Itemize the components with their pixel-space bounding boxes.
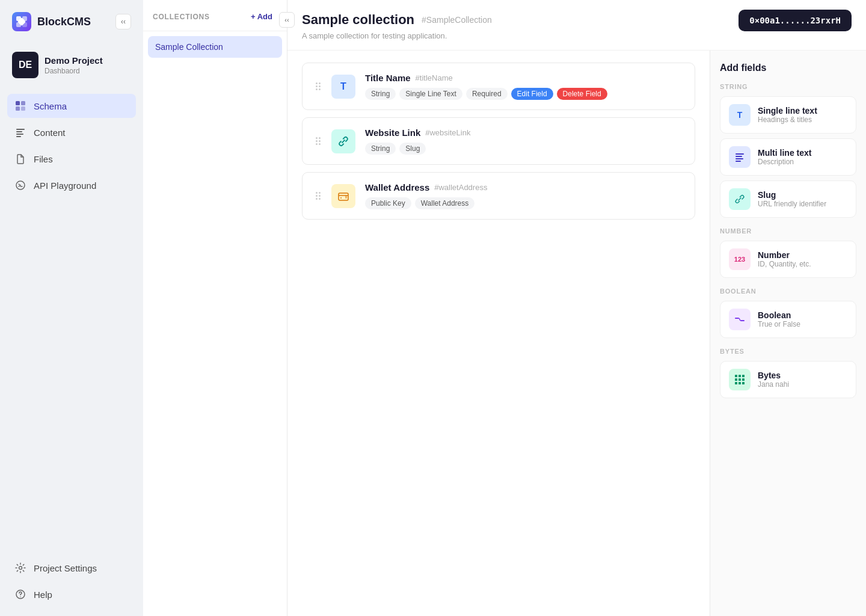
svg-rect-23	[735, 318, 739, 319]
nav-items: Schema Content	[7, 94, 136, 556]
nav-item-help[interactable]: Help	[7, 582, 136, 606]
wallet-address-badge: 0×00a1......23rxrH	[739, 10, 852, 31]
tag-wallet-address: Wallet Address	[415, 197, 475, 209]
brand-name: BlockCMS	[37, 16, 91, 28]
fields-area: T Title Name #titleName String Single Li…	[287, 51, 710, 616]
nav-item-files[interactable]: Files	[7, 147, 136, 171]
ft-icon-bytes	[729, 369, 751, 390]
schema-icon	[14, 100, 26, 112]
svg-rect-20	[735, 156, 742, 157]
field-card-title-name: T Title Name #titleName String Single Li…	[302, 63, 695, 110]
files-icon	[14, 153, 26, 165]
tag-string-1: String	[365, 88, 396, 100]
svg-rect-30	[742, 378, 745, 381]
svg-rect-0	[16, 16, 21, 21]
svg-rect-31	[735, 382, 737, 384]
ft-name-multi-line: Multi line text	[758, 148, 811, 158]
svg-rect-1	[22, 16, 27, 21]
nav-item-api-playground[interactable]: API Playground	[7, 173, 136, 197]
nav-item-project-settings[interactable]: Project Settings	[7, 556, 136, 580]
project-name: Demo Project	[45, 55, 103, 66]
field-type-multi-line-text[interactable]: Multi line text Description	[720, 138, 856, 176]
svg-rect-24	[740, 320, 745, 321]
svg-rect-28	[735, 378, 737, 381]
svg-rect-2	[16, 22, 21, 27]
ft-desc-single-line: Headings & titles	[758, 116, 817, 124]
field-type-slug[interactable]: Slug URL friendly identifier	[720, 180, 856, 218]
collection-item-sample[interactable]: Sample Collection	[148, 36, 282, 58]
svg-rect-11	[16, 136, 21, 137]
ft-desc-number: ID, Quantity, etc.	[758, 260, 811, 268]
add-collection-btn[interactable]: + Add	[246, 10, 277, 23]
tag-required: Required	[466, 88, 508, 100]
field-type-single-line-text[interactable]: T Single line text Headings & titles	[720, 96, 856, 134]
ft-icon-number: 123	[729, 248, 751, 270]
project-settings-icon	[14, 562, 26, 574]
left-sidebar: BlockCMS ‹‹ DE Demo Project Dashbaord	[0, 0, 143, 616]
svg-rect-18	[345, 196, 347, 199]
drag-handle-title-name[interactable]	[315, 81, 322, 91]
brand-logo	[12, 12, 31, 31]
field-icon-title-name: T	[331, 75, 355, 99]
ft-desc-boolean: True or False	[758, 320, 800, 328]
collections-header: COLLECTIONS + Add	[143, 0, 287, 31]
drag-handle-wallet-address[interactable]	[315, 191, 322, 201]
field-info-wallet-address: Wallet Address #walletAddress Public Key…	[365, 182, 683, 209]
left-sidebar-collapse-btn[interactable]: ‹‹	[115, 14, 131, 29]
collection-description: A sample collection for testing applicat…	[302, 31, 852, 40]
svg-point-17	[340, 197, 342, 199]
project-subtitle: Dashbaord	[45, 67, 103, 75]
tag-string-2: String	[365, 143, 396, 155]
field-id-title: #titleName	[416, 73, 453, 82]
ft-name-slug: Slug	[758, 190, 826, 200]
add-fields-title: Add fields	[720, 63, 856, 73]
tag-single-line-text: Single Line Text	[399, 88, 462, 100]
help-icon	[14, 588, 26, 600]
section-label-boolean: BOOLEAN	[720, 288, 856, 295]
edit-field-btn-title[interactable]: Edit Field	[511, 88, 553, 100]
delete-field-btn-title[interactable]: Delete Field	[557, 88, 607, 100]
svg-point-13	[19, 567, 22, 570]
field-type-boolean[interactable]: Boolean True or False	[720, 301, 856, 338]
svg-rect-8	[16, 129, 25, 130]
svg-rect-32	[739, 382, 741, 384]
right-panel: Add fields STRING T Single line text Hea…	[710, 51, 866, 616]
field-name-title: Title Name	[365, 73, 411, 83]
svg-rect-9	[16, 131, 22, 132]
field-id-wallet: #walletAddress	[434, 183, 487, 192]
nav-item-schema[interactable]: Schema	[7, 94, 136, 118]
svg-rect-3	[22, 22, 27, 27]
field-card-wallet-address: Wallet Address #walletAddress Public Key…	[302, 172, 695, 220]
nav-item-content[interactable]: Content	[7, 120, 136, 144]
field-name-website: Website Link	[365, 128, 420, 138]
svg-rect-6	[16, 106, 20, 111]
nav-item-content-label: Content	[34, 128, 66, 138]
svg-rect-4	[16, 101, 20, 105]
nav-item-project-settings-label: Project Settings	[34, 563, 97, 573]
field-name-wallet: Wallet Address	[365, 182, 429, 192]
svg-rect-19	[735, 153, 744, 155]
field-icon-website-link	[331, 129, 355, 153]
field-card-website-link: Website Link #websiteLink String Slug	[302, 117, 695, 165]
field-tags-title: String Single Line Text Required Edit Fi…	[365, 88, 683, 100]
field-type-number[interactable]: 123 Number ID, Quantity, etc.	[720, 241, 856, 278]
tag-slug: Slug	[399, 143, 426, 155]
api-playground-icon	[14, 179, 26, 191]
field-type-bytes[interactable]: Bytes Jana nahi	[720, 361, 856, 398]
ft-desc-bytes: Jana nahi	[758, 380, 789, 389]
nav-item-files-label: Files	[34, 154, 53, 164]
collections-panel-collapse-btn[interactable]: ‹‹	[279, 12, 295, 28]
sidebar-bottom: Project Settings Help	[7, 556, 136, 606]
collections-title: COLLECTIONS	[153, 13, 210, 21]
field-tags-wallet: Public Key Wallet Address	[365, 197, 683, 209]
drag-handle-website-link[interactable]	[315, 136, 322, 146]
field-info-website-link: Website Link #websiteLink String Slug	[365, 128, 683, 155]
ft-name-boolean: Boolean	[758, 310, 800, 320]
top-bar: 0×00a1......23rxrH	[739, 10, 852, 31]
svg-rect-5	[21, 101, 25, 105]
ft-name-number: Number	[758, 250, 811, 260]
nav-item-schema-label: Schema	[34, 101, 67, 111]
collections-list: Sample Collection	[143, 31, 287, 63]
ft-desc-slug: URL friendly identifier	[758, 200, 826, 208]
svg-point-15	[20, 596, 21, 597]
